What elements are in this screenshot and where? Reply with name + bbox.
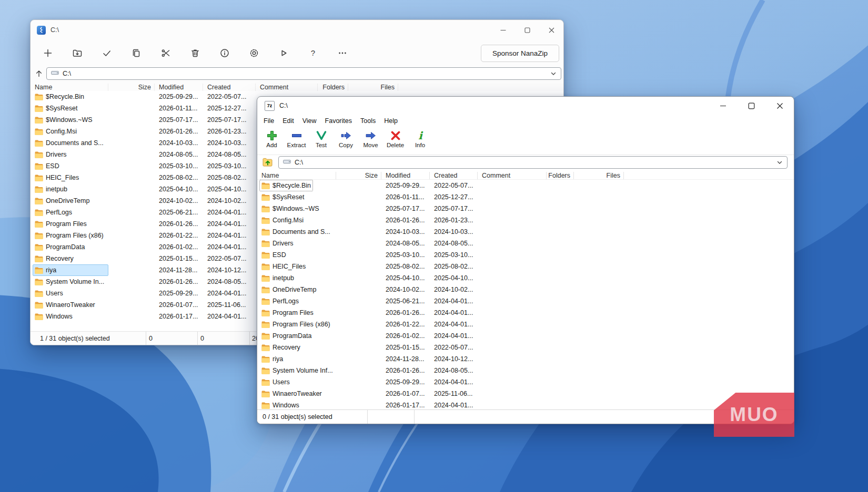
window-title: C:\: [51, 26, 59, 34]
close-button[interactable]: [765, 97, 794, 115]
folder-icon: [35, 140, 43, 147]
file-modified: 2025-09-29...: [381, 182, 430, 189]
test-button[interactable]: [92, 43, 122, 63]
nanazip-app-icon: [37, 26, 46, 35]
column-header-size[interactable]: Size: [336, 172, 381, 179]
address-bar[interactable]: C:\: [46, 67, 561, 80]
parent-folder-button[interactable]: [260, 156, 275, 169]
file-name: riya: [46, 266, 56, 274]
file-row[interactable]: inetpub 2025-04-10... 2025-04-10...: [257, 272, 794, 284]
file-created: 2022-05-07...: [203, 255, 256, 262]
file-modified: 2024-10-03...: [381, 228, 430, 235]
nanazip-titlebar[interactable]: C:\: [31, 20, 563, 40]
file-modified: 2025-06-21...: [155, 209, 203, 216]
window-controls: [491, 20, 563, 40]
column-header-files[interactable]: Files: [574, 172, 624, 179]
file-created: 2024-08-05...: [430, 240, 478, 247]
file-row[interactable]: Users 2025-09-29... 2024-04-01...: [257, 376, 794, 388]
window-controls: [709, 97, 794, 115]
sponsor-button[interactable]: Sponsor NanaZip: [481, 45, 559, 62]
file-row[interactable]: $Recycle.Bin 2025-09-29... 2022-05-07...: [257, 180, 794, 191]
delete-button[interactable]: Delete: [383, 128, 408, 149]
column-header-name[interactable]: Name: [257, 172, 336, 179]
copy-button[interactable]: [122, 43, 151, 63]
copy-button[interactable]: Copy: [334, 128, 358, 149]
menu-tools[interactable]: Tools: [356, 115, 380, 127]
file-row[interactable]: PerfLogs 2025-06-21... 2024-04-01...: [257, 295, 794, 307]
file-name: Drivers: [46, 151, 67, 158]
file-row[interactable]: Program Files (x86) 2026-01-22... 2024-0…: [257, 319, 794, 330]
file-row[interactable]: System Volume Inf... 2026-01-26... 2024-…: [257, 365, 794, 376]
delete-button[interactable]: [180, 43, 210, 63]
column-header-comment[interactable]: Comment: [478, 172, 547, 179]
column-header-files[interactable]: Files: [348, 84, 398, 91]
file-row[interactable]: Config.Msi 2026-01-26... 2026-01-23...: [257, 214, 794, 226]
file-name: $Windows.~WS: [46, 116, 93, 124]
more-button[interactable]: [328, 43, 357, 63]
file-row[interactable]: Drivers 2024-08-05... 2024-08-05...: [257, 238, 794, 249]
file-row[interactable]: HEIC_Files 2025-08-02... 2025-08-02...: [257, 261, 794, 272]
up-button[interactable]: [32, 67, 46, 80]
add-button[interactable]: [33, 43, 63, 63]
file-row[interactable]: OneDriveTemp 2024-10-02... 2024-10-02...: [257, 284, 794, 295]
minimize-button[interactable]: [709, 97, 737, 115]
file-created: 2024-04-01...: [430, 321, 478, 328]
column-header-modified[interactable]: Modified: [381, 172, 430, 179]
maximize-button[interactable]: [515, 20, 539, 40]
file-modified: 2025-07-17...: [381, 205, 430, 212]
file-modified: 2026-01-26...: [381, 217, 430, 224]
column-header-folders[interactable]: Folders: [547, 172, 574, 179]
file-row[interactable]: riya 2024-11-28... 2024-10-12...: [257, 353, 794, 365]
column-header-name[interactable]: Name: [31, 84, 108, 91]
add-plus-icon: [266, 129, 278, 142]
extract-button[interactable]: [63, 43, 92, 63]
menu-edit[interactable]: Edit: [278, 115, 298, 127]
chevron-down-icon[interactable]: [776, 159, 783, 166]
column-header-comment[interactable]: Comment: [256, 84, 318, 91]
info-button[interactable]: [210, 43, 239, 63]
info-button[interactable]: i Info: [408, 128, 432, 149]
menu-file[interactable]: File: [259, 115, 278, 127]
file-row[interactable]: Documents and S... 2024-10-03... 2024-10…: [257, 226, 794, 238]
column-header-created[interactable]: Created: [203, 84, 256, 91]
column-header-modified[interactable]: Modified: [155, 84, 203, 91]
sevenzip-address-row: C:\: [257, 155, 794, 169]
drive-icon: [51, 70, 59, 77]
file-row[interactable]: Recovery 2025-01-15... 2022-05-07...: [257, 342, 794, 353]
address-bar[interactable]: C:\: [278, 156, 788, 169]
file-row[interactable]: Program Files 2026-01-26... 2024-04-01..…: [257, 307, 794, 319]
sevenzip-toolbar: Add Extract Test Copy Move Delete: [257, 127, 794, 155]
menu-view[interactable]: View: [298, 115, 321, 127]
file-row[interactable]: Windows 2026-01-17... 2024-04-01...: [257, 399, 794, 409]
file-row[interactable]: WinaeroTweaker 2026-01-07... 2025-11-06.…: [257, 388, 794, 399]
sevenzip-titlebar[interactable]: 7z C:\: [257, 97, 794, 115]
file-row[interactable]: $SysReset 2026-01-11... 2025-12-27...: [257, 191, 794, 203]
menu-favorites[interactable]: Favorites: [321, 115, 356, 127]
file-row[interactable]: ESD 2025-03-10... 2025-03-10...: [257, 249, 794, 261]
add-button[interactable]: Add: [259, 128, 284, 149]
file-row[interactable]: ProgramData 2026-01-02... 2024-04-01...: [257, 330, 794, 342]
move-button[interactable]: Move: [358, 128, 383, 149]
minimize-button[interactable]: [491, 20, 515, 40]
file-created: 2025-04-10...: [430, 274, 478, 282]
gear-icon: [249, 48, 259, 58]
options-button[interactable]: [239, 43, 269, 63]
folder-icon: [261, 252, 270, 259]
help-button[interactable]: ?: [298, 43, 328, 63]
chevron-down-icon[interactable]: [550, 70, 557, 77]
column-header-size[interactable]: Size: [108, 84, 155, 91]
close-button[interactable]: [539, 20, 563, 40]
extract-button[interactable]: Extract: [284, 128, 309, 149]
file-name: Config.Msi: [46, 128, 77, 135]
file-name: PerfLogs: [46, 209, 72, 216]
file-row[interactable]: $Windows.~WS 2025-07-17... 2025-07-17...: [257, 203, 794, 214]
file-modified: 2024-08-05...: [381, 240, 430, 247]
checkmark-icon: [102, 48, 112, 58]
benchmark-button[interactable]: [269, 43, 298, 63]
menu-help[interactable]: Help: [380, 115, 402, 127]
maximize-button[interactable]: [737, 97, 765, 115]
column-header-created[interactable]: Created: [430, 172, 478, 179]
test-button[interactable]: Test: [309, 128, 334, 149]
move-button[interactable]: [151, 43, 180, 63]
column-header-folders[interactable]: Folders: [318, 84, 348, 91]
